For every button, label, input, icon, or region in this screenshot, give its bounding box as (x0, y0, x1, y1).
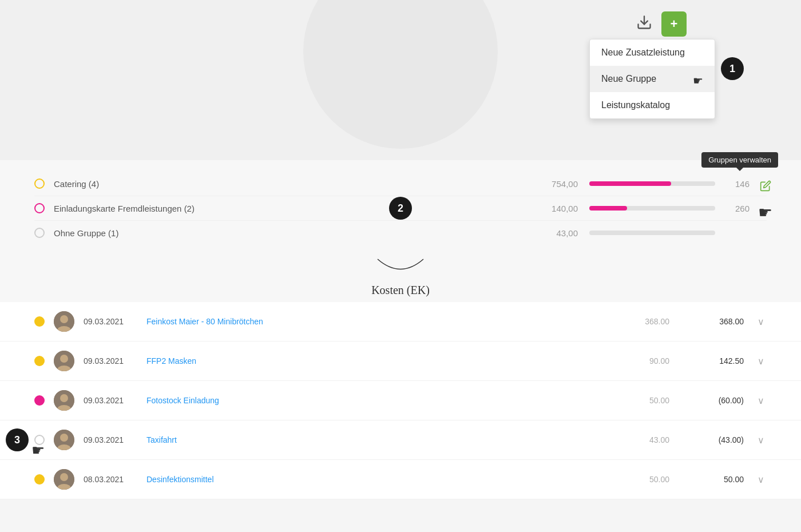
list-item: 09.03.2021 Feinkost Maier - 80 Minibrötc… (0, 302, 801, 342)
expand-button[interactable]: ∨ (755, 316, 767, 327)
group-dot-none (34, 228, 45, 238)
decorative-circle (303, 0, 498, 149)
group-dot-pink (34, 203, 45, 213)
annotation-text: Kosten (EK) (0, 284, 801, 297)
list-item: 08.03.2021 Desinfektionsmittel 50.00 50.… (0, 460, 801, 499)
dropdown-item-neue-gruppe[interactable]: Neue Gruppe ☛ (590, 66, 715, 92)
item-name[interactable]: Feinkost Maier - 80 Minibrötchen (146, 317, 624, 326)
avatar (54, 469, 74, 490)
svg-point-14 (60, 473, 68, 481)
group-bar (589, 181, 671, 186)
top-area: + Neue Zusatzleistung Neue Gruppe ☛ Leis… (0, 0, 801, 160)
cursor-hand-edit-icon[interactable]: ☛ (758, 203, 772, 222)
list-item: 09.03.2021 FFP2 Masken 90.00 142.50 ∨ (0, 342, 801, 381)
item-cost: 90.00 (624, 356, 669, 366)
dropdown-item-leistungskatalog[interactable]: Leistungskatalog (590, 92, 715, 118)
pencil-icon[interactable] (760, 180, 771, 192)
items-section: 09.03.2021 Feinkost Maier - 80 Minibrötc… (0, 302, 801, 499)
list-item: 3 ☛ 09.03.2021 Taxifahrt 43.00 (43.00) ∨ (0, 420, 801, 460)
item-dot-yellow (34, 474, 45, 485)
edit-area: ☛ (758, 180, 772, 222)
expand-button[interactable]: ∨ (755, 474, 767, 485)
avatar-svg (54, 351, 74, 371)
group-dot-yellow (34, 178, 45, 189)
item-name[interactable]: Fotostock Einladung (146, 396, 624, 405)
group-value: 754,00 (532, 179, 578, 189)
download-button[interactable] (632, 12, 657, 36)
group-count: 146 (727, 179, 750, 189)
expand-button[interactable]: ∨ (755, 435, 767, 446)
svg-point-8 (60, 394, 68, 402)
add-button[interactable]: + (661, 11, 687, 37)
item-value: 50.00 (692, 475, 744, 484)
item-cost: 43.00 (624, 435, 669, 444)
group-row: Ohne Gruppe (1) 43,00 (34, 221, 767, 245)
avatar (54, 351, 74, 371)
avatar (54, 430, 74, 450)
item-cost: 368.00 (624, 317, 669, 326)
step-badge-3: 3 (6, 428, 29, 451)
group-name: Einladungskarte Fremdleistungen (2) (54, 204, 532, 213)
item-name[interactable]: Taxifahrt (146, 435, 624, 444)
group-bar (589, 206, 627, 211)
cursor-hand-icon-3: ☛ (31, 442, 45, 459)
item-date: 09.03.2021 (84, 317, 135, 326)
svg-point-2 (60, 315, 68, 323)
group-bar-container (589, 206, 715, 211)
item-value: 368.00 (692, 317, 744, 326)
expand-button[interactable]: ∨ (755, 356, 767, 367)
expand-button[interactable]: ∨ (755, 395, 767, 406)
item-value: 142.50 (692, 356, 744, 366)
item-dot-pink (34, 395, 45, 406)
annotation-curve-svg (366, 256, 435, 276)
annotation-area: Kosten (EK) (0, 256, 801, 302)
avatar (54, 390, 74, 411)
avatar-svg (54, 430, 74, 450)
toolbar: + (632, 11, 687, 37)
groups-section: Gruppen verwalten Catering (4) 754,00 14… (0, 160, 801, 256)
cursor-hand-icon: ☛ (693, 74, 703, 88)
item-dot-yellow (34, 356, 45, 366)
item-name[interactable]: Desinfektionsmittel (146, 475, 624, 484)
item-value: (60.00) (692, 396, 744, 405)
list-item: 09.03.2021 Fotostock Einladung 50.00 (60… (0, 381, 801, 420)
item-cost: 50.00 (624, 475, 669, 484)
step-badge-2: 2 (389, 197, 412, 220)
step-badge-1: 1 (721, 57, 744, 80)
group-name: Ohne Gruppe (1) (54, 228, 532, 238)
avatar (54, 311, 74, 332)
group-value: 140,00 (532, 204, 578, 213)
avatar-svg (54, 469, 74, 490)
dropdown-item-neue-zusatzleistung[interactable]: Neue Zusatzleistung (590, 39, 715, 66)
item-value: (43.00) (692, 435, 744, 444)
group-name: Catering (4) (54, 179, 532, 189)
avatar-svg (54, 390, 74, 411)
group-bar-container (589, 181, 715, 186)
item-name[interactable]: FFP2 Masken (146, 356, 624, 366)
dropdown-menu: Neue Zusatzleistung Neue Gruppe ☛ Leistu… (589, 39, 715, 119)
item-date: 09.03.2021 (84, 396, 135, 405)
item-date: 08.03.2021 (84, 475, 135, 484)
svg-point-5 (60, 355, 68, 363)
group-bar-container (589, 231, 715, 235)
item-dot-yellow (34, 316, 45, 327)
group-row: Catering (4) 754,00 146 (34, 172, 767, 196)
item-cost: 50.00 (624, 396, 669, 405)
avatar-svg (54, 311, 74, 332)
group-value: 43,00 (532, 228, 578, 238)
group-count: 260 (727, 204, 750, 213)
item-date: 09.03.2021 (84, 356, 135, 366)
gruppen-verwalten-tooltip: Gruppen verwalten (701, 152, 778, 168)
download-icon (636, 14, 652, 30)
svg-point-11 (60, 434, 68, 442)
item-date: 09.03.2021 (84, 435, 135, 444)
